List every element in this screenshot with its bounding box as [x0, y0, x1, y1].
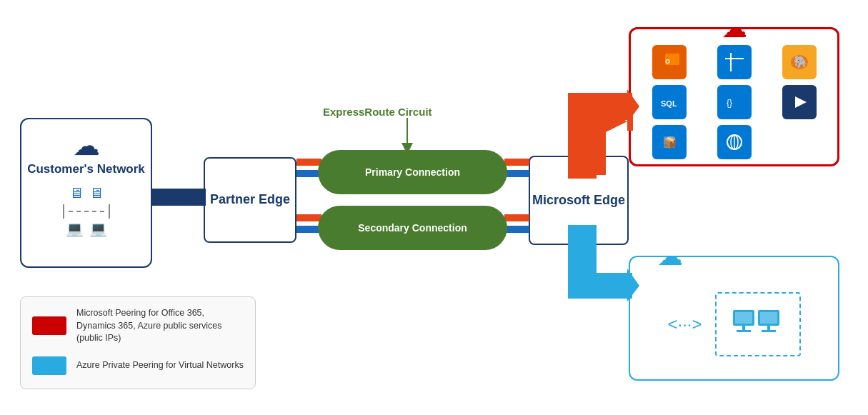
- computer-icon-2: 🖥: [89, 185, 104, 201]
- diagram-container: ☁ Customer's Network 🖥 🖥 💻 💻 Partner Edg…: [0, 0, 868, 415]
- legend-item-red: Microsoft Peering for Office 365, Dynami…: [32, 307, 244, 345]
- svg-text:O: O: [665, 58, 670, 65]
- svg-text:📦: 📦: [663, 136, 677, 149]
- expressroute-label: ExpressRoute Circuit: [323, 106, 432, 118]
- customer-network-label: Customer's Network: [27, 162, 145, 176]
- line-secondary-left-top: [296, 214, 321, 221]
- box-icon: 📦: [652, 125, 687, 159]
- line-primary-right-bot: [504, 170, 529, 177]
- services-red-box: ☁ O 🐘 SQL {}: [629, 27, 839, 166]
- svg-text:🐘: 🐘: [794, 55, 808, 69]
- customer-cloud-icon: ☁: [73, 132, 100, 159]
- partner-edge-box: Partner Edge: [204, 157, 296, 243]
- svg-rect-36: [737, 330, 751, 332]
- customer-network-box: ☁ Customer's Network 🖥 🖥 💻 💻: [20, 118, 152, 268]
- vnet-arrows-icon: <···>: [667, 314, 702, 334]
- secondary-connection-label: Secondary Connection: [358, 222, 467, 234]
- globe-icon: [717, 125, 752, 159]
- sql-icon: SQL: [652, 85, 687, 119]
- svg-rect-40: [762, 330, 776, 332]
- svg-rect-39: [767, 326, 770, 330]
- line-secondary-right-top: [504, 214, 529, 221]
- vm-icon: [729, 303, 787, 346]
- hadoop-icon: 🐘: [782, 45, 817, 79]
- line-primary-left-top: [296, 159, 321, 166]
- partner-edge-label: Partner Edge: [210, 191, 290, 208]
- svg-rect-6: [568, 93, 632, 120]
- primary-connection-pill: Primary Connection: [318, 150, 507, 194]
- services-blue-box: ☁ <···>: [629, 256, 839, 381]
- secondary-connection-pill: Secondary Connection: [318, 206, 507, 250]
- svg-text:{}: {}: [727, 98, 732, 108]
- microsoft-edge-box: Microsoft Edge: [529, 156, 629, 245]
- network-diagram: 🖥 🖥 💻 💻: [57, 185, 116, 237]
- svg-rect-9: [568, 273, 632, 299]
- svg-rect-15: [725, 53, 744, 71]
- primary-connection-label: Primary Connection: [365, 166, 460, 178]
- legend-blue-text: Azure Private Peering for Virtual Networ…: [76, 359, 244, 372]
- line-primary-right-top: [504, 159, 529, 166]
- line-secondary-right-bot: [504, 226, 529, 233]
- legend-item-blue: Azure Private Peering for Virtual Networ…: [32, 356, 244, 375]
- svg-rect-38: [760, 312, 777, 324]
- svg-marker-3: [606, 111, 627, 132]
- computer-row-top: 🖥 🖥: [69, 185, 104, 201]
- stream-icon: [782, 85, 817, 119]
- vnet-dashed-box: [715, 292, 801, 356]
- microsoft-edge-label: Microsoft Edge: [532, 192, 625, 209]
- office365-icon: O: [652, 45, 687, 79]
- table-icon: [717, 45, 752, 79]
- computer-row-bottom: 💻 💻: [66, 220, 107, 237]
- blue-cloud-icon: ☁: [657, 241, 683, 271]
- svg-rect-0: [152, 189, 206, 206]
- computer-icon-3: 💻: [66, 220, 84, 237]
- computer-icon-4: 💻: [89, 220, 107, 237]
- red-cloud-icon: ☁: [722, 14, 747, 44]
- legend-red-text: Microsoft Peering for Office 365, Dynami…: [76, 307, 244, 345]
- svg-rect-34: [735, 312, 752, 324]
- legend-box: Microsoft Peering for Office 365, Dynami…: [20, 296, 256, 389]
- legend-red-swatch: [32, 316, 66, 335]
- svg-rect-35: [742, 326, 745, 330]
- computer-icon-1: 🖥: [69, 185, 84, 201]
- legend-blue-swatch: [32, 356, 66, 375]
- json-icon: {}: [717, 85, 752, 119]
- svg-text:SQL: SQL: [661, 99, 677, 108]
- services-grid: O 🐘 SQL {} 📦: [639, 45, 829, 159]
